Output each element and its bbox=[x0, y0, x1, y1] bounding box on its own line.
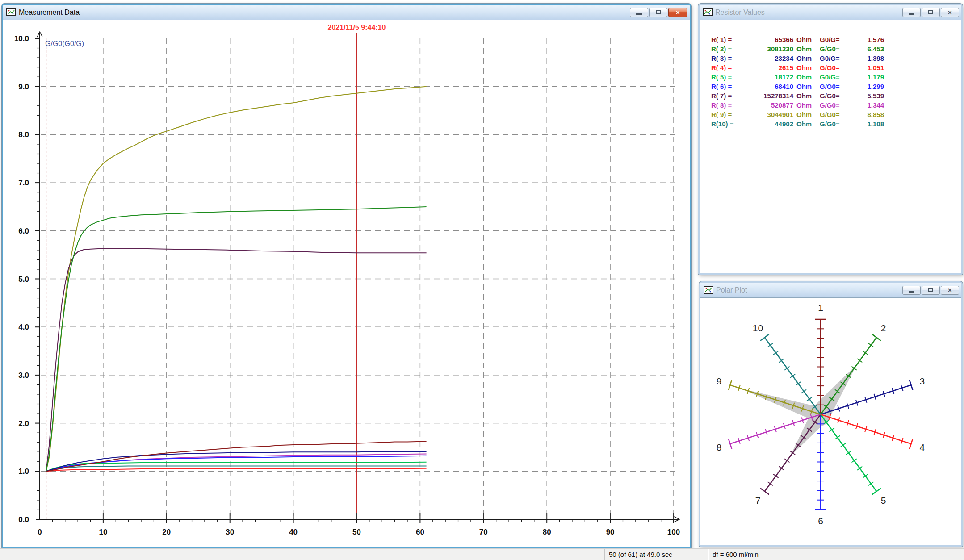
polar-axis-label: 1 bbox=[818, 302, 823, 313]
close-icon: × bbox=[948, 287, 952, 293]
minimize-button[interactable] bbox=[630, 8, 648, 17]
status-cell-empty bbox=[788, 549, 964, 560]
resistor-ratio-label: G0/G= bbox=[820, 54, 847, 63]
x-tick-label: 30 bbox=[226, 528, 234, 536]
resistor-ratio-value: 1.398 bbox=[847, 54, 884, 63]
titlebar[interactable]: Measurement Data × bbox=[3, 5, 690, 20]
resistor-ratio-value: 1.108 bbox=[847, 119, 884, 129]
resistor-label: R( 4) = bbox=[711, 63, 741, 72]
resistor-ohm-value: 44902 bbox=[741, 119, 793, 129]
minimize-icon bbox=[636, 13, 642, 15]
resistor-row: R( 3) =23234OhmG0/G=1.398 bbox=[711, 54, 961, 63]
resistor-ohm-value: 15278314 bbox=[741, 91, 793, 100]
resistor-label: R( 3) = bbox=[711, 54, 741, 63]
polar-plot-window: Polar Plot × 12345678910 bbox=[699, 281, 963, 547]
minimize-button[interactable] bbox=[902, 286, 921, 295]
maximize-button[interactable] bbox=[922, 8, 940, 17]
resistor-unit: Ohm bbox=[796, 63, 816, 72]
resistor-ratio-label: G0/G= bbox=[820, 35, 847, 44]
resistor-ratio-label: G/G0= bbox=[820, 91, 847, 100]
minimize-button[interactable] bbox=[902, 8, 921, 17]
resistor-unit: Ohm bbox=[796, 72, 816, 82]
measurement-chart-svg: 2021/11/5 9:44:1001020304050607080901000… bbox=[3, 20, 690, 547]
polar-axis-label: 10 bbox=[753, 323, 763, 333]
mini-chart-icon bbox=[704, 286, 713, 294]
y-tick-label: 1.0 bbox=[18, 467, 29, 476]
resistor-unit: Ohm bbox=[796, 35, 816, 44]
resistor-values-window: Resistor Values × R( 1) =65366OhmG0/G=1.… bbox=[698, 4, 963, 275]
resistor-ratio-label: G/G0= bbox=[820, 82, 847, 91]
window-title: Resistor Values bbox=[715, 8, 901, 17]
status-cell-empty bbox=[0, 549, 604, 560]
resistor-label: R( 1) = bbox=[711, 35, 741, 44]
polar-axis-cap bbox=[760, 334, 769, 341]
maximize-button[interactable] bbox=[922, 286, 940, 295]
close-button[interactable]: × bbox=[941, 286, 959, 295]
resistor-ohm-value: 65366 bbox=[741, 35, 793, 44]
x-tick-label: 70 bbox=[479, 528, 488, 536]
polar-tick bbox=[790, 374, 795, 378]
resistor-label: R( 8) = bbox=[711, 100, 741, 110]
resistor-ratio-value: 1.179 bbox=[847, 72, 884, 82]
x-tick-label: 90 bbox=[606, 528, 615, 536]
x-tick-label: 0 bbox=[38, 528, 42, 536]
resistor-ratio-label: G/G0= bbox=[820, 119, 847, 129]
resistor-ohm-value: 3044901 bbox=[741, 110, 793, 119]
maximize-button[interactable] bbox=[649, 8, 667, 17]
x-tick-label: 100 bbox=[667, 528, 680, 536]
polar-axis-label: 6 bbox=[818, 516, 823, 526]
polar-tick bbox=[829, 428, 834, 431]
resistor-row: R( 4) =2615OhmG/G0=1.051 bbox=[711, 63, 961, 72]
y-tick-label: 5.0 bbox=[18, 275, 29, 284]
maximize-icon bbox=[928, 10, 933, 14]
resistor-unit: Ohm bbox=[796, 119, 816, 129]
resistor-ohm-value: 520877 bbox=[741, 100, 793, 110]
resistor-ratio-value: 1.299 bbox=[847, 82, 884, 91]
resistor-label: R( 2) = bbox=[711, 44, 741, 54]
polar-tick bbox=[807, 397, 812, 401]
polar-axis-cap bbox=[872, 334, 880, 341]
resistor-row: R( 7) =15278314OhmG/G0=5.539 bbox=[711, 91, 961, 100]
polar-axis-label: 8 bbox=[717, 442, 722, 452]
polar-plot-svg: 12345678910 bbox=[700, 298, 961, 545]
resistor-ratio-value: 5.539 bbox=[847, 91, 884, 100]
y-tick-label: 10.0 bbox=[14, 34, 29, 43]
close-button[interactable]: × bbox=[941, 8, 959, 17]
cursor-timestamp-label: 2021/11/5 9:44:10 bbox=[328, 24, 386, 31]
measurement-chart: 2021/11/5 9:44:1001020304050607080901000… bbox=[3, 20, 690, 547]
polar-tick bbox=[840, 443, 845, 447]
polar-axis-cap bbox=[872, 488, 880, 494]
resistor-row: R(10) =44902OhmG/G0=1.108 bbox=[711, 119, 961, 129]
polar-tick bbox=[796, 382, 801, 385]
resistor-label: R( 6) = bbox=[711, 82, 741, 91]
polar-axis-label: 5 bbox=[881, 495, 886, 506]
y-tick-label: 8.0 bbox=[18, 130, 29, 139]
resistor-row: R( 8) =520877OhmG/G0=1.344 bbox=[711, 100, 961, 110]
y-tick-label: 3.0 bbox=[18, 371, 29, 380]
close-icon: × bbox=[948, 9, 952, 16]
titlebar[interactable]: Resistor Values × bbox=[700, 5, 961, 20]
polar-tick bbox=[801, 389, 806, 393]
minimize-icon bbox=[909, 13, 914, 15]
x-tick-label: 50 bbox=[352, 528, 361, 536]
x-tick-label: 80 bbox=[543, 528, 551, 536]
polar-axis-label: 7 bbox=[755, 495, 761, 506]
polar-tick bbox=[768, 343, 773, 347]
resistor-ratio-label: G/G0= bbox=[820, 100, 847, 110]
polar-tick bbox=[868, 482, 873, 485]
resistor-ratio-value: 6.453 bbox=[847, 44, 884, 54]
resistor-ratio-value: 1.344 bbox=[847, 100, 884, 110]
polar-tick bbox=[835, 436, 840, 439]
polar-tick bbox=[773, 474, 778, 478]
x-tick-label: 20 bbox=[162, 528, 171, 536]
resistor-ohm-value: 3081230 bbox=[741, 44, 793, 54]
close-button[interactable]: × bbox=[668, 8, 687, 17]
resistor-ohm-value: 23234 bbox=[741, 54, 793, 63]
resistor-ratio-label: G/G0= bbox=[820, 44, 847, 54]
polar-tick bbox=[784, 459, 789, 462]
polar-tick bbox=[851, 459, 856, 462]
titlebar[interactable]: Polar Plot × bbox=[700, 283, 961, 297]
maximize-icon bbox=[928, 288, 933, 292]
polar-tick bbox=[868, 343, 873, 347]
resistor-ratio-value: 1.051 bbox=[847, 63, 884, 72]
